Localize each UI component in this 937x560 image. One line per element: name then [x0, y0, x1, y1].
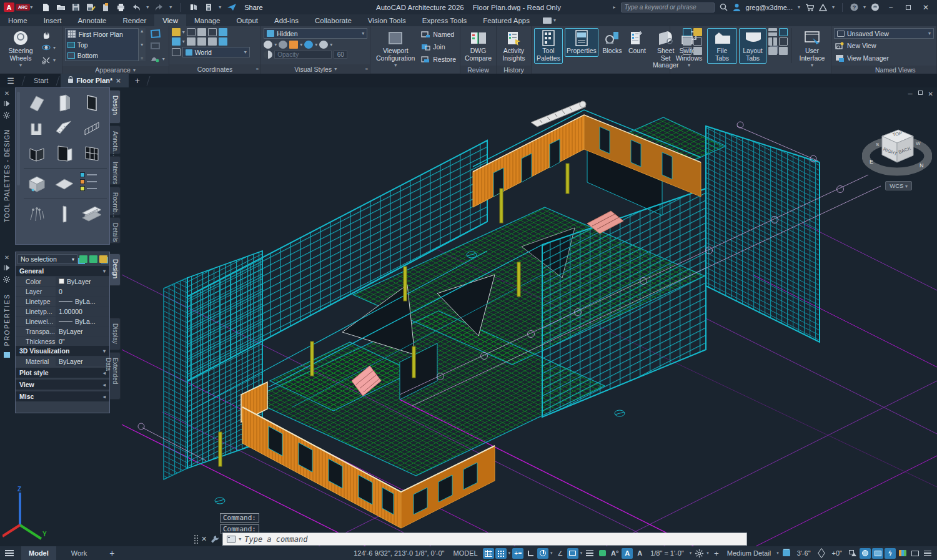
prop-row-color[interactable]: Color ByLayer: [16, 276, 109, 286]
user-icon[interactable]: [733, 3, 741, 11]
ucs-3point-icon[interactable]: [219, 37, 227, 46]
tool-roof-slab[interactable]: [52, 172, 76, 195]
tool-palettes-properties-icon[interactable]: [3, 112, 11, 119]
file-tabs-button[interactable]: File Tabs: [707, 28, 737, 64]
tool-window[interactable]: [80, 92, 104, 114]
undo-caret[interactable]: ▾: [146, 4, 149, 10]
tool-beam[interactable]: [80, 203, 104, 225]
tool-door-assembly[interactable]: [52, 142, 76, 164]
command-input[interactable]: ▾ Type a command: [222, 533, 747, 546]
ribbon-tab-express-tools[interactable]: Express Tools: [414, 14, 475, 26]
prop-row-transparency[interactable]: Transpa...ByLayer: [16, 326, 109, 336]
scale-caret[interactable]: ▾: [689, 551, 693, 556]
markup-palette-icon[interactable]: [693, 37, 702, 46]
command-bar[interactable]: ✕ ▾ Type a command: [194, 533, 747, 546]
vs-lighting-icon[interactable]: [304, 41, 313, 49]
object-snap-icon[interactable]: [567, 548, 578, 559]
visual-style-combo[interactable]: Hidden▾: [264, 28, 367, 39]
restore-button[interactable]: [902, 3, 915, 12]
blocks-button[interactable]: Blocks: [600, 28, 624, 57]
opacity-value[interactable]: 60: [334, 51, 347, 59]
count-button[interactable]: Count: [626, 28, 648, 57]
ucs-origin-icon[interactable]: [197, 28, 206, 36]
isolate-objects-icon[interactable]: [847, 548, 858, 559]
file-tab-start[interactable]: Start: [26, 74, 56, 87]
detail-caret[interactable]: ▾: [776, 551, 780, 556]
tool-opening[interactable]: [25, 117, 49, 139]
units-icon[interactable]: [204, 3, 213, 12]
new-drawing-tab-button[interactable]: +: [129, 74, 146, 87]
ribbon-tab-home[interactable]: Home: [0, 14, 36, 26]
print-icon[interactable]: [116, 3, 126, 12]
calculator-palette-icon[interactable]: [683, 47, 692, 55]
view-list-item-bottom[interactable]: Bottom: [66, 50, 138, 61]
activity-insights-button[interactable]: Activity Insights: [499, 28, 528, 64]
grid-display-icon[interactable]: [483, 548, 494, 559]
detail-level[interactable]: Medium Detail: [723, 549, 775, 557]
ucs-view-icon[interactable]: [208, 28, 217, 36]
basket-palette-icon[interactable]: [693, 47, 702, 55]
new-layout-button[interactable]: +: [102, 546, 122, 560]
customize-wrench-icon[interactable]: [211, 535, 219, 543]
ucs-object-icon[interactable]: [219, 28, 227, 36]
tool-palettes-autohide-icon[interactable]: [3, 101, 11, 108]
tool-window-assembly[interactable]: [80, 142, 104, 164]
screencast-icon[interactable]: [871, 3, 880, 11]
signed-in-user[interactable]: greg@x3dme...: [746, 4, 793, 11]
ucs-icon[interactable]: [172, 28, 181, 36]
select-objects-icon[interactable]: [89, 255, 97, 263]
hardware-acceleration-icon[interactable]: ϟ: [885, 548, 896, 559]
dwg-compare-button[interactable]: DWG Compare: [462, 28, 494, 64]
drawing-canvas[interactable]: ─ ✕ E N S W TOP RIGHT BACK WCS ▾ Command…: [0, 87, 937, 546]
tool-sprinkler[interactable]: [25, 203, 49, 225]
status-bar-toggle-icon[interactable]: [779, 28, 788, 36]
ribbon-tab-manage[interactable]: Manage: [186, 14, 229, 26]
restore-viewports-button[interactable]: Restore: [420, 54, 457, 65]
ortho-mode-icon[interactable]: [525, 548, 536, 559]
viewport-lock-icon[interactable]: [149, 28, 166, 39]
properties-close-icon[interactable]: ✕: [3, 253, 11, 261]
viewport-clip-icon[interactable]: [149, 41, 166, 52]
app-menu-caret[interactable]: ▾: [30, 4, 32, 10]
face-style-icon[interactable]: ▾: [149, 53, 166, 64]
annotation-scale-icon[interactable]: A: [634, 548, 645, 559]
redo-caret[interactable]: ▾: [169, 4, 172, 10]
polar-caret[interactable]: ▾: [550, 551, 553, 556]
annotation-scale-value[interactable]: 1/8" = 1'-0": [647, 549, 688, 557]
share-label[interactable]: Share: [244, 4, 262, 11]
prop-row-layer[interactable]: Layer0: [16, 286, 109, 296]
help-caret[interactable]: ▾: [863, 4, 866, 10]
palette-tab-interiors[interactable]: Interiors: [110, 156, 121, 185]
properties-tab-design[interactable]: Design: [110, 253, 121, 286]
tool-corner-window[interactable]: [25, 142, 49, 164]
tool-stair[interactable]: [52, 117, 76, 139]
ribbon-tab-addins[interactable]: Add-ins: [266, 14, 307, 26]
ribbon-tab-render[interactable]: Render: [115, 14, 155, 26]
quick-select-icon[interactable]: [79, 255, 87, 263]
vs-materials-icon[interactable]: [289, 41, 298, 49]
text-window-icon[interactable]: [779, 37, 788, 46]
tool-curtain-wall[interactable]: [80, 117, 104, 139]
selection-dropdown[interactable]: No selection▾: [17, 254, 77, 264]
properties-settings-icon[interactable]: [3, 276, 11, 283]
join-viewports-button[interactable]: Join: [420, 41, 457, 52]
transparency-icon[interactable]: [597, 548, 608, 559]
app-menu-badge[interactable]: ARC: [16, 4, 30, 11]
cart-icon[interactable]: [805, 4, 814, 11]
search-collapse-icon[interactable]: ▸: [613, 4, 616, 10]
section-general[interactable]: General▾: [16, 266, 109, 276]
replace-z-icon[interactable]: [816, 548, 827, 559]
polar-tracking-icon[interactable]: [537, 548, 548, 559]
vs-sphere1-icon[interactable]: [264, 41, 272, 49]
search-icon[interactable]: [720, 3, 728, 11]
z-offset-value[interactable]: +0": [828, 549, 846, 557]
ribbon-tab-featured-apps[interactable]: Featured Apps: [475, 14, 538, 26]
layer-key-icon[interactable]: [781, 548, 792, 559]
layout-tabs-button[interactable]: Layout Tabs: [739, 28, 766, 64]
workspace-gear-icon[interactable]: [693, 548, 705, 559]
cursor-coordinates[interactable]: 124'-6 9/32", 213'-0 1/8", 0'-0": [350, 549, 448, 557]
palette-tab-details[interactable]: Details: [110, 217, 121, 243]
panel-label-visual-styles[interactable]: Visual Styles▾»: [261, 64, 370, 74]
prop-row-linetype-scale[interactable]: Linetyp...1.00000: [16, 306, 109, 316]
new-file-icon[interactable]: [41, 3, 51, 12]
